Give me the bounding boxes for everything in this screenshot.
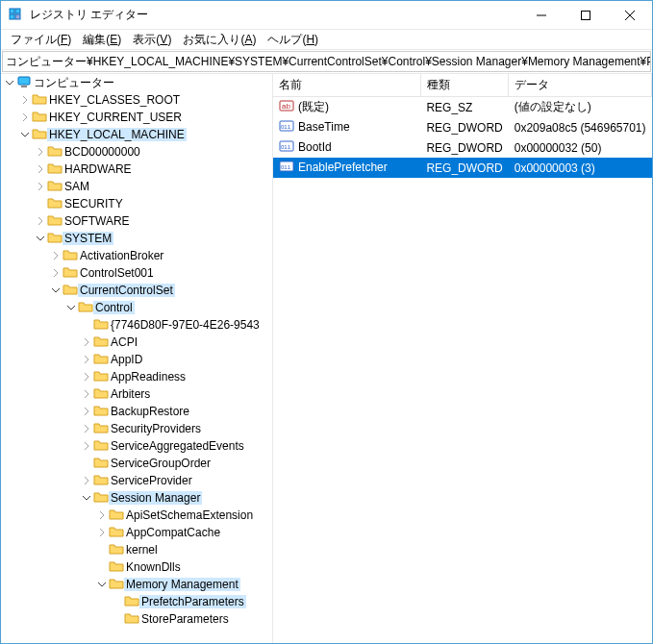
folder-icon (47, 161, 63, 179)
tree-node-control[interactable]: Control (64, 299, 272, 316)
tree-node[interactable]: SAM (34, 178, 272, 195)
tree-label: コンピューター (32, 75, 116, 91)
tree-node[interactable]: {7746D80F-97E0-4E26-9543 (80, 316, 272, 334)
list-item[interactable]: 011BootIdREG_DWORD0x00000032 (50) (273, 137, 652, 158)
value-data: 0x00000032 (50) (509, 137, 652, 158)
tree-node[interactable]: ServiceAggregatedEvents (80, 437, 272, 455)
list-item[interactable]: 011BaseTimeREG_DWORD0x209a08c5 (54696570… (273, 117, 652, 137)
chevron-down-icon[interactable] (34, 232, 47, 245)
tree-node[interactable]: AppCompatCache (95, 524, 272, 541)
tree-node-sessionmanager[interactable]: Session Manager (80, 489, 272, 507)
menu-help[interactable]: ヘルプ(H) (262, 31, 324, 49)
minimize-button[interactable] (519, 1, 564, 30)
chevron-right-icon[interactable] (80, 439, 93, 453)
chevron-right-icon[interactable] (34, 214, 47, 228)
value-data: (値の設定なし) (509, 97, 652, 118)
tree-node[interactable]: ServiceProvider (80, 472, 272, 489)
folder-icon (47, 212, 63, 231)
chevron-right-icon[interactable] (34, 162, 47, 176)
chevron-right-icon[interactable] (80, 370, 93, 384)
tree-node[interactable]: ActivationBroker (49, 247, 272, 264)
folder-icon (93, 455, 109, 473)
maximize-button[interactable] (564, 1, 608, 30)
menu-file[interactable]: ファイル(F) (5, 31, 77, 49)
chevron-right-icon[interactable] (49, 266, 63, 280)
close-button[interactable] (608, 1, 652, 30)
value-name: BootId (298, 140, 332, 154)
column-type[interactable]: 種類 (420, 74, 508, 97)
tree-node-hkcr[interactable]: HKEY_CLASSES_ROOT (18, 91, 272, 109)
column-data[interactable]: データ (509, 74, 652, 97)
menu-favorites[interactable]: お気に入り(A) (177, 31, 262, 49)
values-list[interactable]: 名前 種類 データ ab(既定)REG_SZ(値の設定なし)011BaseTim… (273, 74, 652, 643)
chevron-right-icon[interactable] (80, 474, 93, 487)
computer-icon (16, 74, 32, 92)
chevron-right-icon[interactable] (80, 335, 93, 349)
tree-node-memorymanagement[interactable]: Memory Management (95, 576, 272, 593)
chevron-right-icon[interactable] (80, 405, 93, 418)
tree-node[interactable]: HARDWARE (34, 161, 272, 178)
chevron-right-icon[interactable] (95, 508, 109, 522)
tree-node[interactable]: BackupRestore (80, 403, 272, 420)
chevron-right-icon[interactable] (80, 387, 93, 401)
folder-icon (93, 351, 109, 369)
svg-rect-8 (18, 77, 30, 85)
chevron-down-icon[interactable] (18, 128, 32, 141)
folder-icon (32, 109, 47, 127)
chevron-right-icon[interactable] (49, 249, 63, 262)
tree-node[interactable]: BCD00000000 (34, 143, 272, 161)
menu-view[interactable]: 表示(V) (127, 31, 177, 49)
tree-node[interactable]: kernel (95, 541, 272, 558)
tree-node[interactable]: ACPI (80, 334, 272, 351)
value-name: EnablePrefetcher (298, 161, 388, 174)
chevron-right-icon[interactable] (18, 93, 32, 107)
tree-node[interactable]: ApiSetSchemaExtension (95, 507, 272, 524)
tree-node-currentcontrolset[interactable]: CurrentControlSet (49, 282, 272, 299)
folder-icon (109, 558, 124, 577)
tree-node[interactable]: AppReadiness (80, 368, 272, 385)
tree-node-prefetchparameters[interactable]: PrefetchParameters (111, 593, 272, 610)
value-name: BaseTime (298, 120, 350, 134)
chevron-right-icon[interactable] (80, 422, 93, 435)
list-item[interactable]: 011EnablePrefetcherREG_DWORD0x00000003 (… (273, 158, 652, 178)
tree-node[interactable]: Arbiters (80, 385, 272, 403)
folder-icon (93, 489, 109, 508)
tree-node-system[interactable]: SYSTEM (34, 230, 272, 247)
binary-value-icon: 011 (279, 159, 294, 177)
tree-node-hklm[interactable]: HKEY_LOCAL_MACHINE (18, 126, 272, 143)
chevron-down-icon[interactable] (80, 491, 93, 505)
app-icon (9, 8, 24, 23)
tree-node[interactable]: KnownDlls (95, 558, 272, 576)
tree-node[interactable]: SECURITY (34, 195, 272, 212)
chevron-down-icon[interactable] (3, 76, 16, 89)
tree-node-hkcu[interactable]: HKEY_CURRENT_USER (18, 109, 272, 126)
column-name[interactable]: 名前 (273, 74, 420, 97)
menu-edit[interactable]: 編集(E) (77, 31, 127, 49)
list-item[interactable]: ab(既定)REG_SZ(値の設定なし) (273, 97, 652, 118)
chevron-right-icon[interactable] (80, 353, 93, 366)
binary-value-icon: 011 (279, 118, 294, 136)
chevron-right-icon[interactable] (34, 180, 47, 193)
chevron-right-icon[interactable] (95, 526, 109, 539)
tree-node-computer[interactable]: コンピューター (3, 74, 272, 91)
folder-icon (93, 316, 109, 334)
address-bar[interactable]: コンピューター¥HKEY_LOCAL_MACHINE¥SYSTEM¥Curren… (2, 51, 651, 72)
tree-node[interactable]: SOFTWARE (34, 212, 272, 230)
svg-text:011: 011 (281, 124, 291, 130)
chevron-down-icon[interactable] (64, 301, 78, 314)
svg-text:011: 011 (281, 164, 291, 170)
chevron-down-icon[interactable] (95, 578, 109, 591)
tree-node[interactable]: AppID (80, 351, 272, 368)
folder-icon (47, 195, 63, 213)
tree-node[interactable]: SecurityProviders (80, 420, 272, 437)
folder-icon (47, 143, 63, 161)
folder-icon (93, 385, 109, 404)
folder-icon (63, 264, 78, 283)
tree-node[interactable]: StoreParameters (111, 610, 272, 628)
chevron-down-icon[interactable] (49, 284, 63, 297)
tree-view[interactable]: コンピューター HKEY_CLASSES_ROOT HKEY_CURRENT_U… (1, 74, 273, 643)
tree-node[interactable]: ServiceGroupOrder (80, 455, 272, 472)
chevron-right-icon[interactable] (18, 111, 32, 124)
tree-node[interactable]: ControlSet001 (49, 264, 272, 282)
chevron-right-icon[interactable] (34, 145, 47, 159)
